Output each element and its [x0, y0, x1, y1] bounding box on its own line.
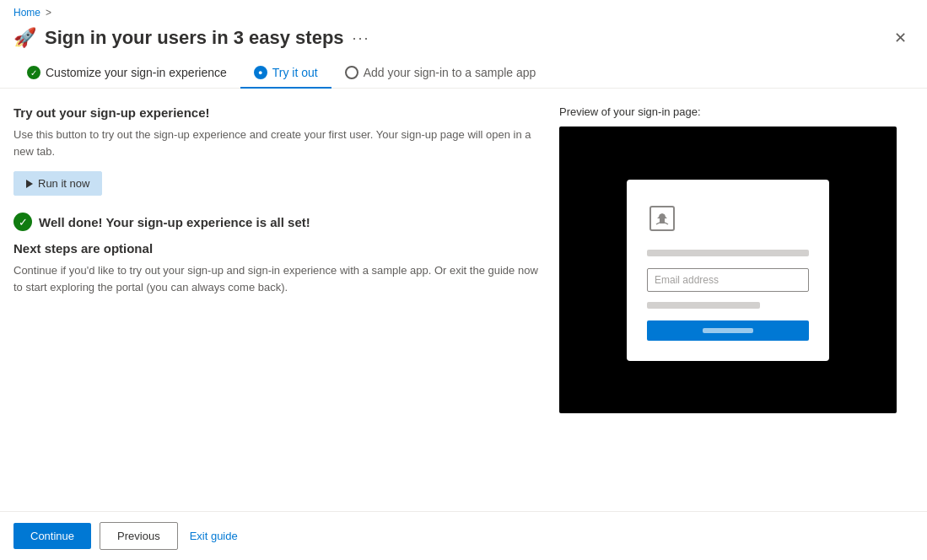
play-icon — [26, 180, 33, 188]
continue-button[interactable]: Continue — [13, 523, 91, 549]
well-done-row: ✓ Well done! Your sign-up experience is … — [13, 213, 542, 231]
preview-container: Email address — [559, 127, 897, 413]
page-header: 🚀 Sign in your users in 3 easy steps ···… — [0, 22, 927, 51]
step-3-circle — [345, 66, 358, 79]
preview-logo — [647, 203, 809, 236]
step-2-tab[interactable]: ● Try it out — [240, 59, 331, 88]
footer: Continue Previous Exit guide — [0, 511, 927, 560]
close-button[interactable]: ✕ — [887, 25, 914, 51]
steps-bar: ✓ Customize your sign-in experience ● Tr… — [0, 51, 927, 89]
preview-email-input: Email address — [647, 268, 809, 292]
step-1-circle: ✓ — [27, 66, 40, 79]
more-options-button[interactable]: ··· — [353, 30, 370, 47]
breadcrumb: Home > — [0, 0, 927, 22]
next-steps-desc: Continue if you'd like to try out your s… — [13, 262, 542, 295]
step-3-tab[interactable]: Add your sign-in to a sample app — [331, 59, 550, 88]
step-1-label: Customize your sign-in experience — [46, 66, 227, 79]
main-content: Try out your sign-up experience! Use thi… — [0, 89, 927, 511]
preview-signin-button — [647, 320, 809, 341]
previous-button[interactable]: Previous — [100, 522, 178, 550]
right-panel: Preview of your sign-in page: Email addr… — [559, 105, 914, 511]
step-1-tab[interactable]: ✓ Customize your sign-in experience — [13, 59, 240, 88]
preview-btn-inner — [703, 328, 753, 333]
preview-name-bar — [647, 250, 809, 256]
try-out-title: Try out your sign-up experience! — [13, 105, 542, 120]
header-left: 🚀 Sign in your users in 3 easy steps ··· — [13, 27, 370, 49]
well-done-text: Well done! Your sign-up experience is al… — [39, 215, 310, 229]
next-steps-title: Next steps are optional — [13, 241, 542, 256]
step-2-circle: ● — [254, 66, 267, 79]
run-btn-label: Run it now — [38, 177, 89, 190]
try-out-desc: Use this button to try out the sign-up e… — [13, 127, 542, 159]
preview-label: Preview of your sign-in page: — [559, 105, 914, 118]
rocket-icon: 🚀 — [13, 27, 36, 49]
step-2-label: Try it out — [272, 66, 318, 79]
exit-guide-button[interactable]: Exit guide — [186, 523, 241, 549]
left-panel: Try out your sign-up experience! Use thi… — [13, 105, 542, 511]
preview-pass-bar — [647, 302, 760, 309]
success-check-icon: ✓ — [13, 213, 32, 231]
breadcrumb-separator: > — [46, 7, 51, 19]
step-3-label: Add your sign-in to a sample app — [364, 66, 536, 79]
run-it-now-button[interactable]: Run it now — [13, 171, 102, 196]
breadcrumb-home-link[interactable]: Home — [13, 7, 40, 19]
page-title: Sign in your users in 3 easy steps — [45, 27, 344, 49]
preview-card: Email address — [627, 180, 829, 361]
